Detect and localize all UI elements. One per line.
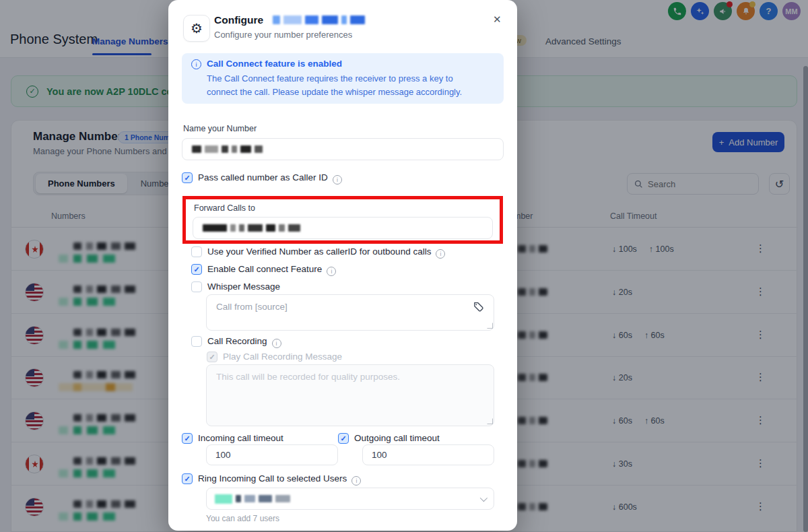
chevron-down-icon: [480, 494, 487, 502]
ring-users-helper: You can add 7 users: [206, 514, 279, 523]
outgoing-timeout-checkbox[interactable]: [338, 433, 349, 444]
call-connect-info-banner: i Call Connect feature is enabled The Ca…: [182, 53, 504, 104]
info-banner-title: Call Connect feature is enabled: [207, 59, 342, 69]
name-number-input[interactable]: [182, 138, 504, 160]
incoming-timeout-input[interactable]: [206, 444, 338, 465]
redacted-name-value: [192, 145, 263, 153]
call-recording-checkbox[interactable]: [191, 336, 202, 347]
name-number-label: Name your Number: [183, 124, 257, 133]
info-icon: i: [191, 59, 201, 69]
whisper-message-label: Whisper Message: [207, 281, 280, 292]
play-recording-label: Play Call Recording Message: [223, 352, 342, 362]
forward-calls-input[interactable]: [193, 217, 493, 239]
play-recording-checkbox: [207, 352, 217, 362]
redacted-modal-number: [273, 15, 365, 24]
forward-calls-highlight: Forward Calls to: [182, 196, 503, 244]
ring-users-select[interactable]: [206, 488, 494, 510]
call-connect-checkbox[interactable]: [191, 264, 202, 275]
whisper-message-checkbox[interactable]: [191, 281, 202, 292]
outgoing-timeout-input[interactable]: [362, 444, 494, 465]
tag-icon[interactable]: [473, 301, 484, 312]
pass-called-checkbox[interactable]: [182, 172, 193, 183]
ring-users-checkbox[interactable]: [182, 473, 193, 484]
close-icon[interactable]: ✕: [493, 13, 502, 26]
ring-users-label: Ring Incoming Call to selected Usersi: [198, 473, 361, 486]
whisper-message-textarea[interactable]: [206, 294, 494, 331]
incoming-timeout-label: Incoming call timeout: [198, 433, 283, 443]
verified-callerid-checkbox[interactable]: [191, 246, 202, 257]
modal-title: Configure: [214, 14, 263, 26]
redacted-selected-users: [215, 494, 290, 504]
info-banner-body: The Call Connect feature requires the re…: [207, 72, 462, 99]
recording-message-textarea: [206, 364, 494, 426]
redacted-forward-value: [203, 224, 300, 232]
phone-system-page: Phone System Manage Numbers New Advanced…: [0, 0, 808, 532]
incoming-timeout-checkbox[interactable]: [182, 433, 193, 444]
verified-callerid-label: Use your Verified Number as callerID for…: [207, 246, 445, 259]
info-icon: i: [351, 476, 361, 486]
modal-subtitle: Configure your number preferences: [214, 30, 352, 40]
info-icon: i: [333, 175, 342, 185]
outgoing-timeout-label: Outgoing call timeout: [354, 433, 440, 443]
pass-called-label: Pass called number as Caller IDi: [198, 172, 342, 185]
call-recording-label: Call Recordingi: [207, 336, 281, 348]
info-icon: i: [272, 339, 281, 348]
configure-number-modal: ⚙ Configure Configure your number prefer…: [168, 0, 517, 531]
call-connect-label: Enable Call connect Featurei: [207, 264, 336, 276]
forward-calls-label: Forward Calls to: [194, 203, 255, 213]
gear-icon: ⚙: [183, 15, 210, 42]
info-icon: i: [436, 249, 445, 259]
info-icon: i: [327, 267, 336, 276]
